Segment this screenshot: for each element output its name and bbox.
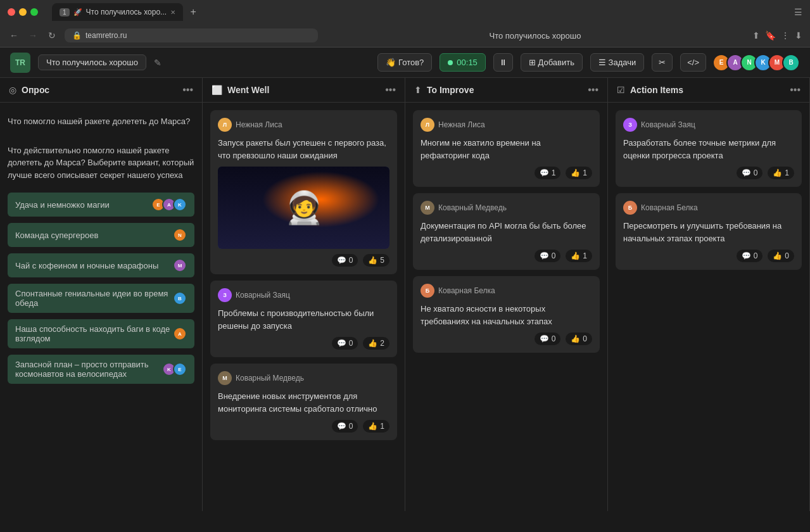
reload-button[interactable]: ↻: [46, 29, 58, 42]
share-button[interactable]: </>: [680, 53, 706, 72]
improve-like-count-2: 1: [583, 251, 587, 260]
poll-option-4[interactable]: Спонтанные гениальные идеи во время обед…: [8, 284, 194, 313]
improve-comment-btn-2[interactable]: 💬 0: [535, 250, 561, 262]
card-footer-1: 💬 0 👍 5: [218, 254, 389, 267]
card-author-bear-2: М Коварный Медведь: [421, 201, 592, 215]
page-title-center: Что получилось хорошо: [324, 31, 746, 41]
improve-comment-icon-2: 💬: [540, 251, 549, 260]
app-logo: TR: [10, 53, 30, 73]
card-like-btn-2[interactable]: 👍 2: [363, 337, 389, 350]
action-card-text-2: Пересмотреть и улучшить требования на на…: [623, 220, 794, 244]
tools-button[interactable]: ✂: [652, 53, 673, 72]
to-improve-column-header: ⬆ To Improve •••: [405, 78, 607, 103]
card-author-bear-1: М Коварный Медведь: [218, 371, 389, 385]
poll-option-4-avatars: B: [176, 291, 187, 305]
action-items-column-menu[interactable]: •••: [790, 84, 801, 96]
improve-icon: ⬆: [414, 85, 422, 95]
like-count-1: 5: [380, 256, 384, 265]
poll-option-label-4: Спонтанные гениальные идеи во время обед…: [15, 289, 176, 308]
card-avatar-bear-2: М: [421, 201, 434, 215]
went-well-column-menu[interactable]: •••: [385, 84, 396, 96]
poll-question-2: Что действительно помогло нашей ракете д…: [8, 139, 194, 187]
poll-option-1[interactable]: Удача и немножко магии E A K: [8, 193, 194, 217]
url-text: teamretro.ru: [85, 31, 127, 40]
action-items-column-body: З Коварный Заяц Разработать более точные…: [608, 103, 809, 511]
card-avatar-squirrel-2: Б: [623, 201, 637, 215]
to-improve-column-menu[interactable]: •••: [588, 84, 598, 96]
improve-like-icon-3: 👍: [571, 334, 580, 343]
card-comment-btn-3[interactable]: 💬 0: [332, 420, 358, 433]
add-button[interactable]: ⊞ Добавить: [521, 53, 583, 72]
improve-like-btn-2[interactable]: 👍 1: [566, 250, 592, 262]
action-comment-btn-2[interactable]: 💬 0: [737, 250, 763, 262]
improve-card-footer-3: 💬 0 👍 0: [421, 332, 592, 345]
action-comment-count-2: 0: [754, 251, 758, 260]
comment-icon-2: 💬: [337, 339, 346, 348]
poll-option-3[interactable]: Чай с кофеином и ночные марафоны M: [8, 253, 194, 277]
action-comment-btn-1[interactable]: 💬 0: [737, 167, 763, 179]
card-like-btn-3[interactable]: 👍 1: [363, 420, 389, 433]
improve-comment-btn-3[interactable]: 💬 0: [535, 332, 561, 345]
poll-column-title: Опрос: [22, 85, 177, 95]
maximize-button[interactable]: [30, 8, 38, 16]
poll-option-6[interactable]: Запасной план – просто отправить космона…: [8, 355, 194, 384]
like-icon-1: 👍: [368, 256, 377, 265]
browser-action-4[interactable]: ⬇: [795, 30, 802, 41]
action-like-btn-2[interactable]: 👍 0: [768, 250, 794, 262]
action-card-text-1: Разработать более точные метрики для оце…: [623, 137, 794, 162]
card-comment-btn-2[interactable]: 💬 0: [332, 337, 358, 350]
improve-card-3: Б Коварная Белка Не хватало ясности в не…: [413, 276, 600, 353]
went-well-card-3: М Коварный Медведь Внедрение новых инстр…: [210, 364, 397, 440]
ready-button[interactable]: 👋 Готов?: [377, 53, 432, 72]
action-card-footer-1: 💬 0 👍 1: [623, 167, 794, 179]
tab-favicon: 🚀: [73, 8, 82, 16]
poll-option-2-avatars: N: [176, 228, 187, 242]
improve-card-footer-2: 💬 0 👍 1: [421, 250, 592, 262]
browser-action-2[interactable]: 🔖: [765, 30, 776, 41]
edit-icon[interactable]: ✎: [154, 58, 161, 68]
tab-close-icon[interactable]: ✕: [170, 9, 175, 16]
poll-option-2[interactable]: Команда супергероев N: [8, 223, 194, 247]
action-card-2: Б Коварная Белка Пересмотреть и улучшить…: [616, 193, 802, 270]
tasks-button[interactable]: ☰ Задачи: [590, 53, 644, 72]
improve-like-icon-2: 👍: [571, 251, 580, 260]
improve-like-btn-3[interactable]: 👍 0: [566, 332, 592, 345]
pause-button[interactable]: ⏸: [493, 53, 513, 72]
poll-column: ◎ Опрос ••• Что помогло нашей ракете дол…: [0, 78, 203, 511]
action-comment-icon-1: 💬: [742, 168, 751, 177]
address-bar[interactable]: 🔒 teamretro.ru: [65, 28, 318, 42]
to-improve-column-body: Л Нежная Лиса Многим не хватило времени …: [405, 103, 607, 511]
improve-like-btn-1[interactable]: 👍 1: [566, 167, 592, 179]
window-menu-icon[interactable]: ☰: [794, 7, 802, 17]
improve-card-text-3: Не хватало ясности в некоторых требовани…: [421, 303, 592, 327]
card-like-btn-1[interactable]: 👍 5: [363, 254, 389, 267]
new-tab-button[interactable]: +: [186, 4, 201, 20]
browser-tab[interactable]: 1 🚀 Что получилось хоро... ✕: [52, 3, 183, 21]
poll-option-1-avatars: E A K: [155, 198, 187, 212]
poll-option-5[interactable]: Наша способность находить баги в коде вз…: [8, 319, 194, 348]
card-footer-3: 💬 0 👍 1: [218, 420, 389, 433]
app-name: Что получилось хорошо: [38, 54, 146, 70]
went-well-column-header: ⬜ Went Well •••: [203, 78, 405, 103]
tab-bar: 1 🚀 Что получилось хоро... ✕ +: [44, 1, 788, 23]
action-card-footer-2: 💬 0 👍 0: [623, 250, 794, 262]
close-button[interactable]: [8, 8, 15, 16]
poll-vote-avatar-7: A: [173, 327, 187, 341]
traffic-lights: [8, 8, 38, 16]
card-comment-btn-1[interactable]: 💬 0: [332, 254, 358, 267]
browser-action-1[interactable]: ⬆: [752, 30, 760, 41]
comment-count-1: 0: [349, 256, 353, 265]
improve-comment-btn-1[interactable]: 💬 1: [535, 167, 561, 179]
poll-column-menu[interactable]: •••: [182, 84, 193, 96]
browser-action-3[interactable]: ⋮: [781, 30, 790, 41]
action-like-count-2: 0: [785, 251, 789, 260]
improve-comment-icon-3: 💬: [540, 334, 549, 343]
poll-vote-avatar-3: K: [173, 198, 187, 212]
minimize-button[interactable]: [19, 8, 27, 16]
improve-card-text-2: Документация по API могла бы быть более …: [421, 220, 592, 244]
forward-button[interactable]: →: [27, 29, 39, 42]
browser-actions: ⬆ 🔖 ⋮ ⬇: [752, 30, 802, 41]
improve-card-1: Л Нежная Лиса Многим не хватило времени …: [413, 110, 600, 187]
action-like-btn-1[interactable]: 👍 1: [768, 167, 794, 179]
back-button[interactable]: ←: [8, 29, 20, 42]
